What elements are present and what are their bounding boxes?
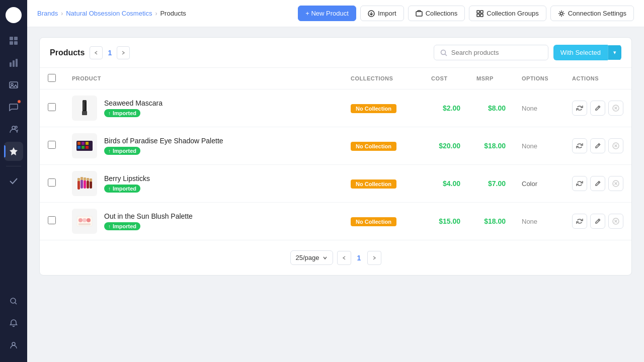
breadcrumb-brands[interactable]: Brands <box>37 10 58 17</box>
msrp-value: $8.00 <box>488 104 506 112</box>
sidebar-item-media[interactable] <box>4 75 23 95</box>
with-selected-main[interactable]: With Selected <box>553 45 608 60</box>
row-msrp-cell: $7.00 <box>468 165 514 203</box>
edit-icon <box>594 180 601 187</box>
svg-rect-49 <box>87 180 89 189</box>
sidebar-logo <box>6 7 22 23</box>
collections-button[interactable]: Collections <box>408 6 465 21</box>
cost-value: $20.00 <box>439 142 460 150</box>
edit-button[interactable] <box>590 138 605 153</box>
sidebar-item-bell[interactable] <box>4 314 23 333</box>
new-product-button[interactable]: + New Product <box>298 6 356 21</box>
svg-point-62 <box>78 218 83 222</box>
pagination-prev[interactable] <box>337 251 351 265</box>
pagination-next[interactable] <box>367 251 381 265</box>
delete-button[interactable] <box>608 214 623 229</box>
with-selected-dropdown[interactable]: ▾ <box>608 45 621 60</box>
products-tbody: Seaweed Mascara Imported No Collection $… <box>40 89 631 240</box>
row-msrp-cell: $18.00 <box>468 127 514 165</box>
sidebar-item-messages[interactable] <box>4 98 23 117</box>
cost-value: $15.00 <box>439 217 460 225</box>
msrp-value: $18.00 <box>484 142 506 150</box>
sync-icon <box>576 142 583 149</box>
sync-button[interactable] <box>572 101 587 116</box>
imported-badge: Imported <box>104 109 140 117</box>
sidebar-item-user[interactable] <box>4 336 23 355</box>
table-header: PRODUCT COLLECTIONS COST MSRP OPTIONS AC… <box>40 68 631 89</box>
row-cost-cell: $2.00 <box>423 89 468 127</box>
sidebar-item-users[interactable] <box>4 120 23 139</box>
row-cost-cell: $20.00 <box>423 127 468 165</box>
collection-groups-button[interactable]: Collection Groups <box>469 6 546 21</box>
row-checkbox[interactable] <box>48 178 56 187</box>
pagination-current: 1 <box>354 254 364 262</box>
row-actions-cell <box>564 203 631 240</box>
edit-button[interactable] <box>590 101 605 116</box>
row-options-cell: None <box>514 89 564 127</box>
search-input[interactable] <box>451 49 542 56</box>
row-collections-cell: No Collection <box>343 165 423 203</box>
page-nav: 1 <box>90 46 130 59</box>
row-checkbox[interactable] <box>48 216 56 224</box>
svg-rect-28 <box>83 100 86 102</box>
header-cost: COST <box>423 68 468 89</box>
action-buttons <box>572 138 623 153</box>
connection-settings-button[interactable]: Connection Settings <box>550 6 634 21</box>
page-next-button[interactable] <box>117 46 130 59</box>
row-actions-cell <box>564 127 631 165</box>
sync-icon <box>576 105 583 112</box>
svg-point-64 <box>87 218 91 222</box>
svg-rect-39 <box>77 146 80 149</box>
svg-rect-21 <box>480 11 483 13</box>
svg-rect-5 <box>14 41 18 45</box>
select-all-checkbox[interactable] <box>48 74 56 82</box>
sidebar-item-search[interactable] <box>4 292 23 311</box>
product-info: Berry Lipsticks Imported <box>104 174 150 193</box>
page-number: 1 <box>105 49 115 57</box>
import-button[interactable]: Import <box>360 6 404 21</box>
svg-line-42 <box>598 144 599 145</box>
delete-icon <box>612 180 619 187</box>
sidebar-item-analytics[interactable] <box>4 53 23 72</box>
page-prev-button[interactable] <box>90 46 103 59</box>
connection-settings-icon <box>558 10 565 17</box>
product-image <box>72 171 97 196</box>
msrp-value: $7.00 <box>488 179 506 188</box>
sidebar-item-dashboard[interactable] <box>4 31 23 50</box>
svg-rect-65 <box>78 223 91 225</box>
per-page-value: 25/page <box>296 254 319 261</box>
row-checkbox-cell <box>40 127 64 165</box>
product-name: Berry Lipsticks <box>104 174 150 183</box>
per-page-select[interactable]: 25/page <box>290 250 333 265</box>
edit-button[interactable] <box>590 176 605 191</box>
product-image <box>72 133 97 158</box>
svg-point-12 <box>15 126 17 128</box>
products-table: PRODUCT COLLECTIONS COST MSRP OPTIONS AC… <box>40 68 631 240</box>
sidebar-item-check[interactable] <box>4 171 23 191</box>
row-actions-cell <box>564 165 631 203</box>
svg-rect-40 <box>82 146 85 149</box>
row-checkbox[interactable] <box>48 103 56 111</box>
product-cell: Birds of Paradise Eye Shadow Palette Imp… <box>72 133 335 158</box>
delete-button[interactable] <box>608 138 623 153</box>
header-collections: COLLECTIONS <box>343 68 423 89</box>
svg-rect-38 <box>86 142 89 145</box>
product-cell: Out in the Sun Blush Palette Imported <box>72 209 335 234</box>
row-product-cell: Out in the Sun Blush Palette Imported <box>64 203 343 240</box>
sync-button[interactable] <box>572 214 587 229</box>
edit-button[interactable] <box>590 214 605 229</box>
row-checkbox[interactable] <box>48 141 56 149</box>
svg-rect-50 <box>90 181 92 189</box>
product-image <box>72 96 97 121</box>
sync-button[interactable] <box>572 176 587 191</box>
svg-rect-55 <box>90 178 92 182</box>
delete-button[interactable] <box>608 101 623 116</box>
breadcrumb-brand[interactable]: Natural Obsession Cosmetics <box>66 10 152 17</box>
sync-button[interactable] <box>572 138 587 153</box>
products-header-right: With Selected ▾ <box>434 45 621 60</box>
delete-button[interactable] <box>608 176 623 191</box>
svg-rect-29 <box>82 111 87 115</box>
header-checkbox-col <box>40 68 64 89</box>
with-selected-button[interactable]: With Selected ▾ <box>553 45 621 60</box>
sidebar-item-star[interactable] <box>4 142 23 161</box>
